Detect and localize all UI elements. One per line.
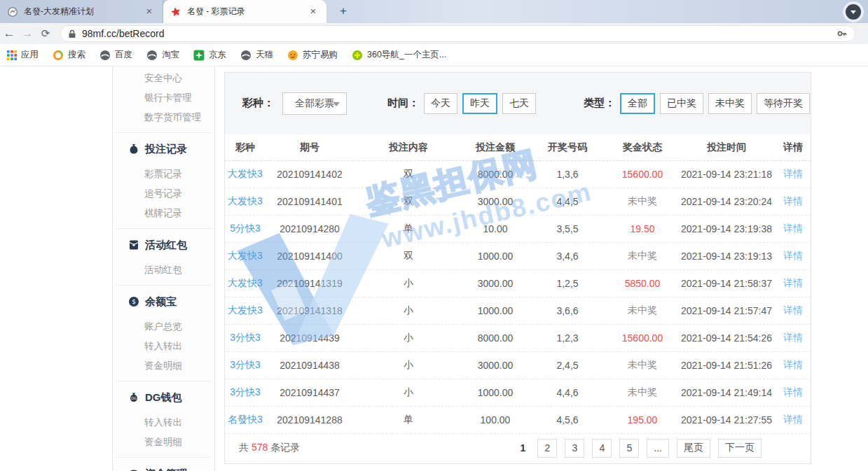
detail-link[interactable]: 详情 xyxy=(776,277,811,290)
bookmark-jd[interactable]: 京东 xyxy=(193,49,226,61)
lottery-select[interactable]: 全部彩票 xyxy=(282,92,347,115)
sidebar-item-bank-card[interactable]: 银行卡管理 xyxy=(113,88,214,108)
back-button[interactable]: ← xyxy=(0,27,18,41)
lottery-name-link[interactable]: 大发快3 xyxy=(225,304,266,317)
detail-link[interactable]: 详情 xyxy=(776,168,811,181)
detail-link[interactable]: 详情 xyxy=(776,359,811,372)
planner-favicon-icon xyxy=(7,6,18,17)
bet-time-cell: 2021-09-14 21:54:26 xyxy=(677,332,776,344)
tab-close-icon[interactable]: × xyxy=(143,6,156,18)
type-filter-button[interactable]: 已中奖 xyxy=(660,93,703,114)
sidebar-section-title: 活动红包 xyxy=(145,239,187,252)
suning-lion-icon xyxy=(287,50,298,61)
sidebar-section-title: 投注记录 xyxy=(145,143,187,156)
sidebar-item-transfer[interactable]: 转入转出 xyxy=(113,337,214,356)
sidebar-item-transfer-dg[interactable]: 转入转出 xyxy=(113,413,214,433)
sidebar-section-dg-wallet[interactable]: DG DG钱包 xyxy=(113,386,214,409)
detail-link[interactable]: 详情 xyxy=(776,195,811,208)
issue-cell: 202109141319 xyxy=(266,278,354,289)
type-filter-button[interactable]: 等待开奖 xyxy=(757,93,810,114)
bookmark-tmall[interactable]: 天猫 xyxy=(240,49,273,61)
sidebar-item-fund-details-dg[interactable]: 资金明细 xyxy=(113,433,214,452)
bookmark-search[interactable]: 搜索 xyxy=(53,49,85,61)
globe-icon xyxy=(146,50,158,61)
lottery-name-link[interactable]: 名發快3 xyxy=(225,414,266,426)
detail-link[interactable]: 详情 xyxy=(776,304,811,317)
bookmark-apps[interactable]: 应用 xyxy=(7,49,39,61)
page-button[interactable]: 3 xyxy=(565,439,584,458)
address-bar[interactable]: 98mf.cc/betRecord xyxy=(60,25,855,42)
bookmark-label: 360导航_一个主页... xyxy=(367,49,446,61)
sidebar-section-title: DG钱包 xyxy=(145,391,182,405)
forward-button[interactable]: → xyxy=(18,27,36,41)
bookmark-taobao[interactable]: 淘宝 xyxy=(146,49,179,61)
column-header: 投注金额 xyxy=(463,141,528,154)
sidebar-section-red-packet[interactable]: 活动红包 xyxy=(113,234,214,256)
bet-time-cell: 2021-09-14 21:51:26 xyxy=(677,360,776,371)
lottery-name-link[interactable]: 5分快3 xyxy=(225,223,266,235)
lottery-name-link[interactable]: 大发快3 xyxy=(225,277,266,290)
detail-link[interactable]: 详情 xyxy=(776,250,811,262)
sidebar-divider xyxy=(116,228,211,229)
sidebar-item-digital-currency[interactable]: 数字货币管理 xyxy=(113,108,214,127)
bookmark-baidu[interactable]: 百度 xyxy=(99,49,132,61)
bet-time-cell: 2021-09-14 23:19:38 xyxy=(677,223,776,234)
new-tab-button[interactable]: + xyxy=(335,3,352,20)
bookmark-360nav[interactable]: 360导航_一个主页... xyxy=(352,49,446,61)
browser-tab-bet-record[interactable]: 名發 - 彩票记录 × xyxy=(163,0,326,23)
page-button[interactable]: ... xyxy=(647,439,669,458)
url-text: 98mf.cc/betRecord xyxy=(82,28,836,39)
page-button[interactable]: 下一页 xyxy=(718,439,762,458)
type-filter-button[interactable]: 全部 xyxy=(620,93,655,114)
profile-button[interactable] xyxy=(843,1,864,22)
page-button[interactable]: 2 xyxy=(537,439,557,458)
sidebar-item-red-packet[interactable]: 活动红包 xyxy=(113,260,214,280)
page-button[interactable]: 5 xyxy=(619,439,639,458)
bookmark-label: 百度 xyxy=(115,49,132,61)
sidebar-item-board-game-records[interactable]: 棋牌记录 xyxy=(113,204,214,223)
sidebar-item-fund-details[interactable]: 资金明细 xyxy=(113,356,214,376)
column-header: 彩种 xyxy=(225,141,266,154)
sidebar-item-lottery-records[interactable]: 彩票记录 xyxy=(113,164,214,184)
issue-cell: 20210914438 xyxy=(266,360,354,371)
bet-amount-cell: 3000.00 xyxy=(463,196,528,207)
lottery-name-link[interactable]: 大发快3 xyxy=(225,250,266,262)
bet-amount-cell: 10.00 xyxy=(463,223,528,234)
lottery-name-link[interactable]: 大发快3 xyxy=(225,195,266,208)
draw-numbers-cell: 4,4,6 xyxy=(528,387,607,398)
sidebar-section-funds-management[interactable]: 资金管理 xyxy=(113,463,214,471)
browser-toolbar: ← → ⟳ 98mf.cc/betRecord xyxy=(0,23,868,44)
sidebar-section-bet-records[interactable]: 投注记录 xyxy=(113,138,214,160)
lottery-name-link[interactable]: 3分快3 xyxy=(225,359,266,372)
detail-link[interactable]: 详情 xyxy=(776,414,811,426)
bookmark-label: 京东 xyxy=(209,49,226,61)
page-button[interactable]: 尾页 xyxy=(677,439,710,458)
bookmark-suning[interactable]: 苏宁易购 xyxy=(287,49,338,61)
time-filter-button[interactable]: 今天 xyxy=(424,93,457,114)
lottery-name-link[interactable]: 3分快3 xyxy=(225,332,266,344)
tab-close-icon[interactable]: × xyxy=(307,6,319,18)
current-page: 1 xyxy=(521,442,526,454)
sidebar-section-yuebao[interactable]: $ 余额宝 xyxy=(113,290,214,313)
detail-link[interactable]: 详情 xyxy=(776,386,811,399)
bet-content-cell: 小 xyxy=(354,359,463,372)
lottery-name-link[interactable]: 3分快3 xyxy=(225,386,266,399)
detail-link[interactable]: 详情 xyxy=(776,223,811,235)
sidebar-item-account-overview[interactable]: 账户总览 xyxy=(113,317,214,337)
time-filter-button[interactable]: 昨天 xyxy=(462,93,497,114)
table-row: 3分快3 20210914437 小 1000.00 4,4,6 未中奖 202… xyxy=(225,379,811,407)
records-total-suffix: 条记录 xyxy=(268,442,300,453)
type-filter-button[interactable]: 未中奖 xyxy=(708,93,752,114)
prize-status-cell: 未中奖 xyxy=(607,195,677,208)
key-icon[interactable] xyxy=(836,28,848,39)
page-button[interactable]: 4 xyxy=(592,439,612,458)
sidebar-item-chase-records[interactable]: 追号记录 xyxy=(113,184,214,204)
time-filter-button[interactable]: 七天 xyxy=(502,93,536,114)
records-total-prefix: 共 xyxy=(239,442,252,453)
sidebar-item-security-center[interactable]: 安全中心 xyxy=(113,69,214,88)
detail-link[interactable]: 详情 xyxy=(776,332,811,344)
lottery-name-link[interactable]: 大发快3 xyxy=(225,168,266,181)
reload-button[interactable]: ⟳ xyxy=(36,27,55,40)
browser-tab-planner[interactable]: 名發-大发精准计划 × xyxy=(0,0,163,23)
prize-status-cell: 5850.00 xyxy=(607,278,677,289)
